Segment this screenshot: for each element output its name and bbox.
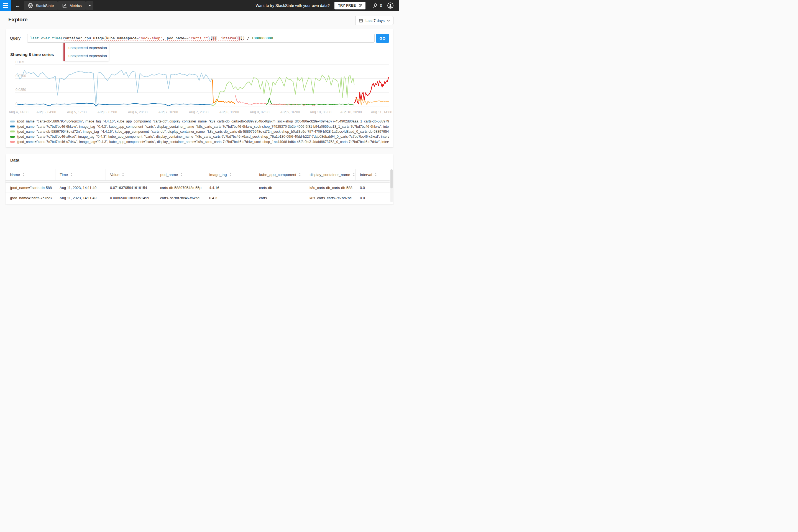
column-header-kube-app-component[interactable]: kube_app_component [255, 169, 305, 180]
x-axis-label: Aug 7, 23:30 [186, 110, 211, 114]
column-header-label: Time [60, 173, 68, 177]
back-button[interactable]: ← [15, 3, 21, 8]
y-axis-label: 0.105 [16, 60, 24, 64]
y-axis-label: 0 [16, 102, 17, 106]
cell-kube-app-component: carts [255, 193, 305, 203]
column-header-display-container-name[interactable]: display_container_name [305, 169, 356, 180]
x-axis-label: Aug 6, 20:30 [125, 110, 150, 114]
column-header-time[interactable]: Time [55, 169, 106, 180]
time-range-selector[interactable]: Last 7 days [355, 16, 394, 25]
sort-icon[interactable] [70, 173, 73, 176]
column-header-label: kube_app_component [259, 173, 297, 177]
series-line-carts-7c7bd7bc46-s7d4w [312, 105, 315, 106]
data-table: NameTimeValuepod_nameimage_tagkube_app_c… [5, 169, 390, 203]
menu-button[interactable] [0, 0, 11, 11]
x-axis-label: Aug 5, 17:30 [64, 110, 89, 114]
column-header-image-tag[interactable]: image_tag [205, 169, 255, 180]
pin-count: 0 [380, 3, 382, 8]
chart-legend: {pod_name="carts-db-588979548c-9qnxm", i… [10, 119, 389, 144]
x-axis-label: Aug 7, 10:00 [156, 110, 180, 114]
table-row[interactable]: {pod_name="carts-db-588Aug 11, 2023, 14:… [5, 183, 390, 193]
query-error-popup: unexpected expression unexpected express… [63, 43, 109, 61]
table-header-row: NameTimeValuepod_nameimage_tagkube_app_c… [5, 169, 390, 180]
column-header-pod-name[interactable]: pod_name [156, 169, 205, 180]
tab-dropdown-caret[interactable] [86, 1, 93, 10]
sort-icon[interactable] [353, 173, 355, 176]
legend-swatch [10, 120, 15, 122]
cell-interval: 0.0 [356, 193, 390, 203]
sort-icon[interactable] [229, 173, 232, 176]
x-axis-label: Aug 9, 02:30 [247, 110, 272, 114]
cell-interval: 0.0 [356, 183, 390, 193]
legend-label: {pod_name="carts-7c7bd7bc46-6hkvw", imag… [17, 125, 389, 129]
stackstate-logo-icon [28, 3, 33, 8]
legend-swatch [10, 131, 15, 132]
avatar[interactable] [387, 2, 394, 9]
header-spacer-row [5, 180, 390, 183]
data-panel: Data NameTimeValuepod_nameimage_tagkube_… [5, 154, 394, 205]
cell-image-tag: 0.4.3 [205, 193, 255, 203]
sort-icon[interactable] [122, 173, 124, 176]
column-header-label: display_container_name [310, 173, 350, 177]
cell-time: Aug 11, 2023, 14:11:49 [55, 193, 106, 203]
chevron-down-icon [89, 5, 91, 6]
column-header-label: pod_name [160, 173, 178, 177]
legend-swatch [10, 126, 15, 128]
top-navigation-bar: ← StackState Metrics Want to try StackSt… [0, 0, 399, 11]
scrollbar-thumb[interactable] [391, 169, 393, 188]
table-scrollbar[interactable] [391, 169, 393, 202]
legend-item[interactable]: {pod_name="carts-db-588979548c-st72n", i… [10, 129, 389, 134]
series-line-carts-db-588979548c-9qnxm [18, 70, 212, 105]
x-axis-label: Aug 4, 14:00 [6, 110, 31, 114]
cell-image-tag: 4.4.16 [205, 183, 255, 193]
legend-label: {pod_name="carts-db-588979548c-9qnxm", i… [17, 119, 389, 123]
try-free-label: TRY FREE [338, 4, 356, 7]
sort-icon[interactable] [299, 173, 301, 176]
external-link-icon [358, 4, 362, 7]
calendar-icon [359, 19, 363, 23]
column-header-label: image_tag [209, 173, 227, 177]
pin-icon [372, 3, 378, 8]
cell-pod-name: carts-7c7bd7bc46-x6xsd [156, 193, 205, 203]
data-title: Data [10, 158, 19, 163]
column-header-value[interactable]: Value [106, 169, 156, 180]
time-series-chart[interactable]: 0.1050.07000.03500Aug 4, 14:00Aug 5, 04:… [5, 30, 394, 118]
legend-label: {pod_name="carts-7c7bd7bc46-x6xsd", imag… [17, 135, 389, 138]
x-axis-label: Aug 9, 16:00 [278, 110, 303, 114]
legend-label: {pod_name="carts-7c7bd7bc46-s7d4w", imag… [17, 140, 389, 144]
cell-name: {pod_name="carts-7c7bd7 [5, 193, 55, 203]
legend-swatch [10, 136, 15, 138]
x-axis-label: Aug 8, 13:00 [217, 110, 242, 114]
legend-item[interactable]: {pod_name="carts-7c7bd7bc46-x6xsd", imag… [10, 134, 389, 139]
y-axis-label: 0.0350 [16, 88, 26, 92]
trial-banner-text: Want to try StackState with your own dat… [256, 3, 330, 8]
y-axis-label: 0.0700 [16, 74, 26, 78]
time-range-label: Last 7 days [365, 19, 385, 23]
column-header-interval[interactable]: interval [356, 169, 390, 180]
try-free-button[interactable]: TRY FREE [335, 2, 365, 10]
tab-stackstate[interactable]: StackState [24, 1, 58, 10]
x-axis-label: Aug 10, 20:00 [339, 110, 363, 114]
query-panel: Query last_over_time(container_cpu_usage… [5, 30, 394, 147]
pin-button[interactable]: 0 [372, 3, 382, 8]
tab-metrics-label: Metrics [70, 4, 82, 8]
legend-item[interactable]: {pod_name="carts-7c7bd7bc46-s7d4w", imag… [10, 139, 389, 144]
table-row[interactable]: {pod_name="carts-7c7bd7Aug 11, 2023, 14:… [5, 193, 390, 203]
sort-icon[interactable] [375, 173, 377, 176]
tab-metrics[interactable]: Metrics [58, 1, 86, 10]
column-header-label: interval [360, 173, 373, 177]
cell-display-container-name: k8s_carts_carts-7c7bd7bc [305, 193, 356, 203]
chevron-down-icon [387, 20, 390, 22]
legend-item[interactable]: {pod_name="carts-7c7bd7bc46-6hkvw", imag… [10, 124, 389, 129]
sort-icon[interactable] [22, 173, 25, 176]
x-axis-label: Aug 6, 07:00 [95, 110, 120, 114]
error-message: unexpected expression [65, 44, 109, 52]
legend-item[interactable]: {pod_name="carts-db-588979548c-9qnxm", i… [10, 119, 389, 124]
x-axis-label: Aug 10, 06:00 [308, 110, 333, 114]
column-header-name[interactable]: Name [5, 169, 55, 180]
sort-icon[interactable] [180, 173, 183, 176]
series-line-carts-7c7bd7bc46-6hkvw [18, 103, 213, 107]
chart-plot-area[interactable] [15, 63, 389, 109]
cell-pod-name: carts-db-588979548c-55p [156, 183, 205, 193]
x-axis-label: Aug 11, 14:00 [369, 110, 394, 114]
